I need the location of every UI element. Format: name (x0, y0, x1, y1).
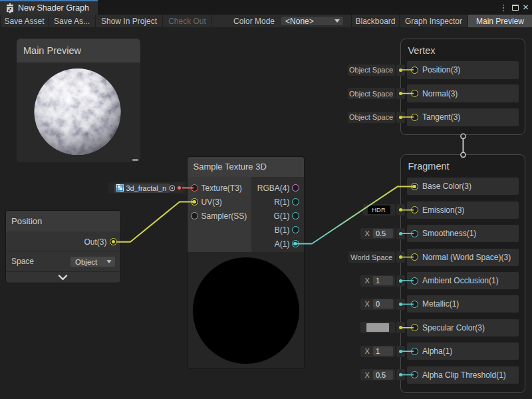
save-as-button[interactable]: Save As... (49, 15, 96, 27)
tab-title: New Shader Graph (18, 3, 89, 13)
port-alpha-clip[interactable] (411, 371, 418, 378)
port-a-output[interactable] (292, 240, 299, 247)
metallic-input-pill[interactable]: X0 (360, 299, 405, 310)
port-metallic[interactable] (411, 301, 418, 308)
normal-binding-pill[interactable]: Object Space (348, 88, 405, 99)
alpha-value[interactable]: 1 (373, 346, 393, 356)
connector-dot[interactable] (396, 228, 405, 239)
fragment-row-normal[interactable]: Normal (World Space)(3) World Space (407, 249, 519, 266)
ambient-occlusion-value[interactable]: 1 (373, 276, 393, 285)
sample-node-title: Sample Texture 3D (194, 157, 267, 177)
smoothness-input-pill[interactable]: X0.5 (360, 228, 405, 239)
texture-object-pill[interactable]: 3d_fractal_n (108, 182, 186, 194)
position-node-header[interactable]: Position (6, 211, 120, 231)
fragment-row-base-color[interactable]: Base Color(3) (407, 178, 519, 195)
connector-dot[interactable] (396, 275, 405, 287)
window-maximize-icon[interactable] (511, 0, 519, 15)
show-in-project-button[interactable]: Show In Project (96, 15, 163, 27)
connector-dot[interactable] (396, 346, 405, 357)
sample-texture-3d-node[interactable]: Sample Texture 3D Texture(T3) UV(3) Samp… (188, 157, 304, 369)
connector-dot[interactable] (396, 251, 405, 263)
port-uv-input[interactable] (191, 198, 198, 205)
input-label: Texture(T3) (201, 184, 242, 193)
port-r-output[interactable] (292, 198, 299, 205)
smoothness-value[interactable]: 0.5 (373, 229, 393, 238)
position-collapse-row[interactable] (6, 271, 120, 283)
fragment-row-ambient-occlusion[interactable]: Ambient Occlusion(1) X1 (407, 272, 519, 289)
sample-node-header[interactable]: Sample Texture 3D (188, 157, 304, 177)
alpha-input-pill[interactable]: X1 (360, 346, 405, 357)
texture-object-field[interactable]: 3d_fractal_n (114, 184, 170, 193)
fragment-row-metallic[interactable]: Metallic(1) X0 (407, 295, 519, 313)
binding-label: World Space (348, 251, 395, 263)
port-texture-input[interactable] (191, 184, 198, 192)
position-node[interactable]: Position Out(3) Space Object (6, 211, 120, 283)
out-label: Out(3) (84, 237, 106, 247)
tangent-binding-pill[interactable]: Object Space (348, 112, 405, 123)
chevron-down-icon[interactable] (58, 275, 68, 281)
space-dropdown[interactable]: Object (70, 257, 115, 267)
output-label: RGBA(4) (257, 184, 290, 193)
fragment-row-alpha-clip[interactable]: Alpha Clip Threshold(1) X0.5 (407, 366, 519, 384)
graph-inspector-button[interactable]: Graph Inspector (400, 15, 468, 27)
normal-binding-pill[interactable]: World Space (348, 251, 405, 263)
vertex-row-normal[interactable]: Normal(3) Object Space (407, 84, 519, 102)
connector-dot[interactable] (396, 204, 405, 215)
tab-new-shader-graph[interactable]: New Shader Graph (0, 0, 98, 15)
port-normal-ws[interactable] (411, 253, 418, 261)
connector-dot[interactable] (396, 65, 405, 76)
port-rgba-output[interactable] (292, 184, 299, 192)
alpha-clip-input-pill[interactable]: X0.5 (360, 369, 405, 380)
save-asset-button[interactable]: Save Asset (0, 15, 49, 27)
port-specular-color[interactable] (411, 324, 418, 331)
connector-dot[interactable] (396, 88, 405, 99)
emission-color-swatch[interactable]: HDR (368, 205, 390, 214)
port-tangent[interactable] (411, 114, 418, 121)
connector-dot[interactable] (396, 112, 405, 123)
main-preview-button[interactable]: Main Preview (468, 15, 532, 27)
port-alpha[interactable] (411, 348, 418, 355)
connector-dot[interactable] (396, 299, 405, 310)
shader-graph-icon (6, 3, 14, 13)
connector-dot[interactable] (396, 322, 405, 333)
emission-hdr-pill[interactable]: HDR (363, 204, 405, 215)
fragment-node[interactable]: Fragment Base Color(3) Emission(3) HDR S… (400, 154, 525, 393)
specular-color-swatch[interactable] (366, 323, 389, 332)
port-g-output[interactable] (292, 212, 299, 219)
dropdown-caret-icon (334, 19, 340, 23)
port-sampler-input[interactable] (191, 212, 198, 219)
window-menu-icon[interactable]: ⋮ (499, 0, 508, 15)
fragment-row-emission[interactable]: Emission(3) HDR (407, 201, 519, 219)
color-mode-dropdown[interactable]: <None> (281, 16, 344, 26)
connector-dot[interactable] (396, 369, 405, 380)
specular-color-pill[interactable] (360, 322, 405, 333)
window-close-icon[interactable]: ✕ (521, 0, 530, 15)
ambient-occlusion-input-pill[interactable]: X1 (360, 275, 405, 287)
port-base-color[interactable] (411, 183, 418, 190)
row-label: Tangent(3) (422, 112, 460, 122)
vertex-row-position[interactable]: Position(3) Object Space (407, 61, 519, 79)
port-position[interactable] (411, 66, 418, 74)
port-normal[interactable] (411, 90, 418, 97)
connector-dot[interactable] (175, 182, 184, 194)
position-space-row: Space Object (6, 251, 120, 271)
graph-canvas[interactable]: Main Preview (0, 27, 532, 399)
fragment-row-specular-color[interactable]: Specular Color(3) (407, 319, 519, 336)
alpha-clip-value[interactable]: 0.5 (373, 370, 393, 380)
row-label: Alpha Clip Threshold(1) (422, 370, 506, 380)
fragment-row-alpha[interactable]: Alpha(1) X1 (407, 342, 519, 360)
texture-preview-circle (193, 257, 299, 364)
tab-bar: New Shader Graph ⋮ ✕ (0, 0, 532, 15)
port-smoothness[interactable] (411, 230, 418, 237)
port-ambient-occlusion[interactable] (411, 277, 418, 285)
port-emission[interactable] (411, 206, 418, 213)
port-b-output[interactable] (292, 226, 299, 233)
position-binding-pill[interactable]: Object Space (348, 65, 405, 76)
metallic-value[interactable]: 0 (373, 299, 393, 309)
blackboard-button[interactable]: Blackboard (351, 15, 400, 27)
vertex-row-tangent[interactable]: Tangent(3) Object Space (407, 108, 519, 126)
fragment-row-smoothness[interactable]: Smoothness(1) X0.5 (407, 225, 519, 242)
vertex-node[interactable]: Vertex Position(3) Object Space Normal(3… (400, 39, 525, 135)
resize-grip[interactable] (132, 159, 138, 161)
main-preview-header[interactable]: Main Preview (17, 39, 140, 63)
